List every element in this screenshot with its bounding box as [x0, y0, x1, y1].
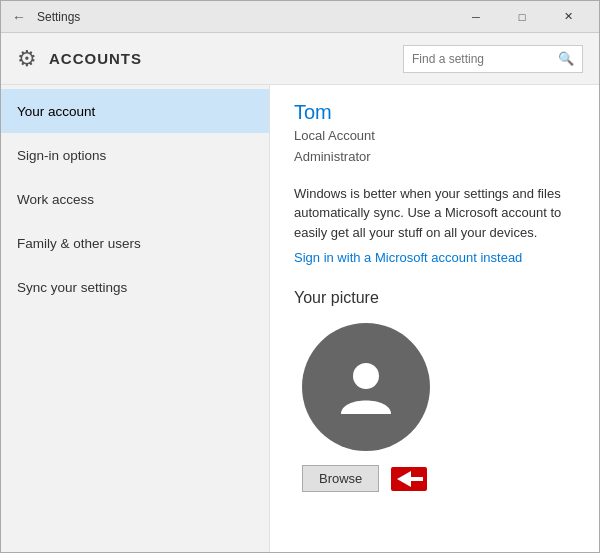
title-bar-left: ← Settings [9, 7, 453, 27]
title-bar: ← Settings ─ □ ✕ [1, 1, 599, 33]
svg-rect-3 [409, 477, 423, 481]
svg-point-0 [353, 363, 379, 389]
browse-row: Browse [302, 465, 575, 492]
user-name: Tom [294, 101, 575, 124]
minimize-button[interactable]: ─ [453, 1, 499, 33]
search-icon: 🔍 [558, 51, 574, 66]
gear-icon: ⚙ [17, 46, 37, 72]
sidebar-item-family-other-users[interactable]: Family & other users [1, 221, 269, 265]
maximize-button[interactable]: □ [499, 1, 545, 33]
user-role: Administrator [294, 147, 575, 168]
right-panel: Tom Local Account Administrator Windows … [269, 85, 599, 552]
your-picture-title: Your picture [294, 289, 575, 307]
sidebar-item-your-account[interactable]: Your account [1, 89, 269, 133]
browse-button[interactable]: Browse [302, 465, 379, 492]
ms-account-link[interactable]: Sign in with a Microsoft account instead [294, 250, 575, 265]
close-button[interactable]: ✕ [545, 1, 591, 33]
sidebar-item-sign-in-options[interactable]: Sign-in options [1, 133, 269, 177]
main-content: Your account Sign-in options Work access… [1, 85, 599, 552]
avatar [302, 323, 430, 451]
search-box[interactable]: 🔍 [403, 45, 583, 73]
window-controls: ─ □ ✕ [453, 1, 591, 33]
account-type: Local Account [294, 126, 575, 147]
settings-window: ← Settings ─ □ ✕ ⚙ ACCOUNTS 🔍 Your accou… [0, 0, 600, 553]
sidebar: Your account Sign-in options Work access… [1, 85, 269, 552]
window-title: Settings [37, 10, 80, 24]
search-input[interactable] [412, 52, 554, 66]
sidebar-item-sync-settings[interactable]: Sync your settings [1, 265, 269, 309]
back-button[interactable]: ← [9, 7, 29, 27]
sidebar-item-work-access[interactable]: Work access [1, 177, 269, 221]
person-icon [331, 352, 401, 422]
app-title: ACCOUNTS [49, 50, 391, 67]
arrow-icon [391, 467, 427, 491]
app-header: ⚙ ACCOUNTS 🔍 [1, 33, 599, 85]
sync-description: Windows is better when your settings and… [294, 184, 575, 243]
